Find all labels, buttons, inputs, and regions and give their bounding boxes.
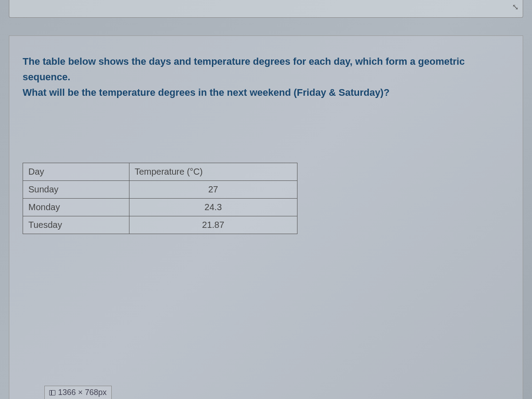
resize-handle-icon[interactable]: ⤡ [512,4,519,11]
top-panel: ⤡ [9,0,523,18]
question-text: The table below shows the days and tempe… [23,54,509,101]
cell-day: Tuesday [23,216,129,234]
question-line-2: What will be the temperature degrees in … [23,85,509,100]
dimensions-text: 1366 × 768px [58,388,107,397]
cell-temperature: 24.3 [129,198,297,216]
table-row: Sunday 27 [23,180,297,198]
dimensions-info: 1366 × 768px [44,386,112,399]
cell-temperature: 21.87 [129,216,297,234]
table-header-row: Day Temperature (°C) [23,163,297,180]
table-row: Tuesday 21.87 [23,216,297,234]
header-day: Day [23,163,129,180]
cell-day: Sunday [23,180,129,198]
header-temperature: Temperature (°C) [129,163,297,180]
cell-day: Monday [23,198,129,216]
temperature-table: Day Temperature (°C) Sunday 27 Monday 24… [23,163,297,234]
question-line-1: The table below shows the days and tempe… [23,54,509,85]
dimensions-icon [49,390,55,395]
cell-temperature: 27 [129,180,297,198]
question-panel: The table below shows the days and tempe… [9,35,523,399]
table-row: Monday 24.3 [23,198,297,216]
